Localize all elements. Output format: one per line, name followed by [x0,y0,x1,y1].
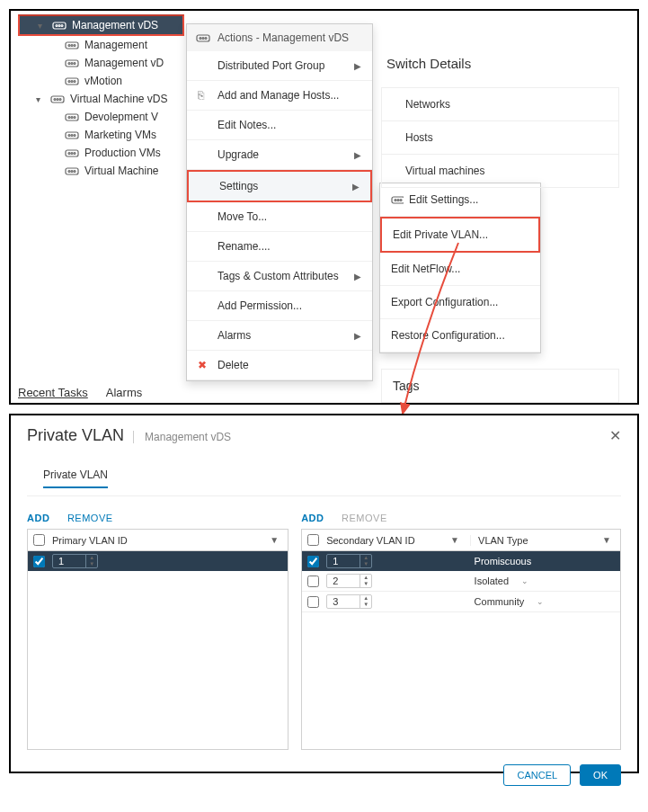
ctx-item-upgrade[interactable]: Upgrade ▶ [187,140,372,170]
context-menu-header: Actions - Management vDS [187,24,372,51]
ctx-label: Move To... [217,210,267,223]
ctx-item-add-permission[interactable]: Add Permission... [187,291,372,321]
chevron-right-icon: ▶ [352,182,360,192]
filter-icon[interactable]: ▼ [602,535,611,545]
tree-item[interactable]: Virtual Machine [18,162,184,180]
dialog-footer: CANCEL OK [11,755,637,791]
tree-item[interactable]: Marketing VMs [18,126,184,144]
sub-label: Edit NetFlow... [391,263,460,275]
portgroup-icon [65,129,79,140]
tab-private-vlan[interactable]: Private VLAN [43,463,108,488]
table-row[interactable]: 2 ▲▼ Isolated ⌄ [302,571,620,592]
vlan-id-stepper[interactable]: 3 ▲▼ [326,594,372,609]
tree-item[interactable]: Devolepment V [18,108,184,126]
vlan-id-stepper[interactable]: 2 ▲▼ [326,574,372,588]
ctx-item-tags[interactable]: Tags & Custom Attributes ▶ [187,262,372,291]
step-down-icon[interactable]: ▼ [86,561,97,567]
chevron-down-icon: ⌄ [537,597,544,606]
filter-icon[interactable]: ▼ [270,535,279,545]
details-hosts[interactable]: Hosts [381,121,619,155]
grid-header-left: Primary VLAN ID ▼ [28,530,288,551]
tree-item[interactable]: Management [18,36,184,54]
ctx-label: Delete [217,359,249,371]
ctx-item-dpg[interactable]: Distributed Port Group ▶ [187,51,372,81]
col-header[interactable]: VLAN Type [478,535,528,546]
ctx-item-add-hosts[interactable]: ⎘Add and Manage Hosts... [187,81,372,111]
tab-recent-tasks[interactable]: Recent Tasks [18,386,88,399]
sub-item-export-config[interactable]: Export Configuration... [380,286,540,319]
row-checkbox[interactable] [307,556,319,567]
table-row[interactable]: 1 ▲▼ [28,551,288,571]
details-networks[interactable]: Networks [381,87,619,121]
step-down-icon[interactable]: ▼ [360,561,371,567]
sub-item-edit-netflow[interactable]: Edit NetFlow... [380,253,540,286]
col-header[interactable]: Secondary VLAN ID [326,535,414,546]
stepper-value: 3 [327,596,360,607]
tree-label: Marketing VMs [84,129,156,141]
remove-button-left[interactable]: REMOVE [67,513,113,523]
add-button-left[interactable]: ADD [27,513,49,523]
vlan-type-dropdown[interactable]: Community ⌄ [475,596,615,607]
delete-icon: ✖ [198,359,210,371]
step-up-icon[interactable]: ▲ [86,555,97,561]
sub-label: Restore Configuration... [391,329,505,342]
step-down-icon[interactable]: ▼ [360,602,371,608]
ctx-item-rename[interactable]: Rename.... [187,232,372,262]
private-vlan-dialog: Private VLAN Management vDS ✕ Private VL… [9,414,639,773]
sub-item-edit-settings[interactable]: Edit Settings... [380,183,540,217]
tree-item[interactable]: Management vD [18,54,184,72]
tree-label: Management [84,39,147,51]
ctx-label: Distributed Port Group [217,59,324,72]
sub-item-restore-config[interactable]: Restore Configuration... [380,319,540,352]
step-up-icon[interactable]: ▲ [360,555,371,561]
close-icon[interactable]: ✕ [609,427,621,444]
tree-item[interactable]: Production VMs [18,144,184,162]
tab-alarms[interactable]: Alarms [106,386,142,399]
remove-button-right[interactable]: REMOVE [342,513,387,523]
add-button-right[interactable]: ADD [301,513,324,523]
vds-icon [50,94,65,104]
row-checkbox[interactable] [307,576,319,587]
filter-icon[interactable]: ▼ [450,535,459,545]
select-all-checkbox[interactable] [307,534,319,546]
tree-item-vm-vds[interactable]: ▾ Virtual Machine vDS [18,90,184,108]
dialog-title: Private VLAN [27,426,124,445]
sub-item-edit-private-vlan[interactable]: Edit Private VLAN... [380,217,540,253]
vlan-type-dropdown[interactable]: Isolated ⌄ [475,576,615,586]
vlan-id-stepper[interactable]: 1 ▲▼ [52,554,98,568]
settings-submenu: Edit Settings... Edit Private VLAN... Ed… [379,183,541,353]
select-all-checkbox[interactable] [33,534,45,546]
tree-item-management-vds[interactable]: ▾ Management vDS [18,14,184,36]
ctx-item-edit-notes[interactable]: Edit Notes... [187,111,372,140]
switch-details-title: Switch Details [381,47,619,87]
portgroup-icon [65,40,79,50]
ctx-item-alarms[interactable]: Alarms ▶ [187,321,372,351]
vlan-id-stepper[interactable]: 1 ▲▼ [326,554,372,568]
hosts-icon: ⎘ [198,89,210,102]
ok-button[interactable]: OK [580,764,621,786]
tree-item[interactable]: vMotion [18,72,184,90]
step-up-icon[interactable]: ▲ [360,595,371,602]
ctx-label: Alarms [217,329,251,342]
step-up-icon[interactable]: ▲ [360,575,371,581]
tags-title: Tags [393,379,420,393]
chevron-right-icon: ▶ [354,331,361,341]
col-header[interactable]: Primary VLAN ID [52,535,128,546]
row-checkbox[interactable] [33,556,45,567]
tags-card: Tags [381,369,619,403]
right-grid-actions: ADD REMOVE [301,507,621,529]
portgroup-icon [65,165,79,176]
table-row[interactable]: 3 ▲▼ Community ⌄ [302,592,620,612]
portgroup-icon [65,112,79,122]
ctx-item-moveto[interactable]: Move To... [187,202,372,232]
chevron-right-icon: ▶ [354,272,361,281]
table-row[interactable]: 1 ▲▼ Promiscuous [302,551,620,571]
details-vms[interactable]: Virtual machines [381,155,619,188]
ctx-item-settings[interactable]: Settings ▶ [187,170,372,202]
ctx-item-delete[interactable]: ✖Delete [187,351,372,380]
step-down-icon[interactable]: ▼ [360,581,371,587]
cancel-button[interactable]: CANCEL [503,764,571,786]
row-checkbox[interactable] [307,596,319,608]
vlan-type-cell: Promiscuous [475,556,615,567]
chevron-down-icon: ⌄ [521,576,528,585]
